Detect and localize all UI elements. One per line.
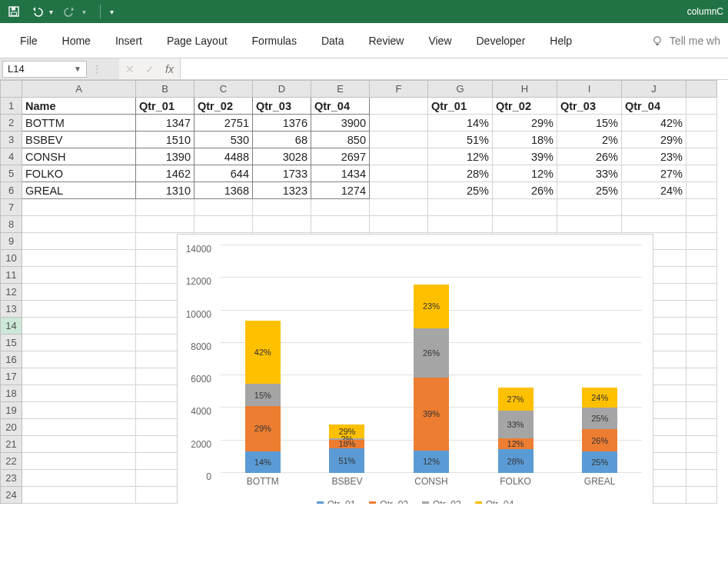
cell[interactable]: 1368 xyxy=(194,182,253,199)
cell[interactable] xyxy=(136,199,194,216)
cell[interactable] xyxy=(253,216,311,233)
row-header-24[interactable]: 24 xyxy=(1,487,22,504)
column-header-B[interactable]: B xyxy=(136,81,194,98)
cell[interactable] xyxy=(370,182,428,199)
cell[interactable] xyxy=(370,148,428,165)
cell[interactable] xyxy=(686,351,717,368)
cell[interactable] xyxy=(686,301,717,318)
cell[interactable] xyxy=(686,385,717,402)
cell[interactable]: Name xyxy=(22,98,136,115)
row-header-1[interactable]: 1 xyxy=(1,98,22,115)
cell[interactable] xyxy=(22,318,136,335)
row-header-14[interactable]: 14 xyxy=(1,318,22,335)
cell[interactable]: BSBEV xyxy=(22,132,136,148)
cell[interactable] xyxy=(686,115,717,132)
cell[interactable]: 1323 xyxy=(253,182,311,199)
cell[interactable] xyxy=(686,419,717,436)
cell[interactable] xyxy=(22,368,136,385)
cell[interactable] xyxy=(311,199,370,216)
cell[interactable]: GREAL xyxy=(22,182,136,199)
cell[interactable]: 644 xyxy=(194,165,253,182)
cell[interactable]: 1376 xyxy=(253,115,311,132)
cell[interactable] xyxy=(686,318,717,335)
cell[interactable]: 1434 xyxy=(311,165,370,182)
cell[interactable]: 23% xyxy=(622,148,686,165)
cell[interactable] xyxy=(22,436,136,453)
cell[interactable] xyxy=(22,470,136,487)
cell[interactable] xyxy=(686,148,717,165)
cell[interactable] xyxy=(686,98,717,115)
row-header-8[interactable]: 8 xyxy=(1,216,22,233)
row-header-15[interactable]: 15 xyxy=(1,335,22,351)
ribbon-tab-review[interactable]: Review xyxy=(357,30,417,52)
cell[interactable]: 850 xyxy=(311,132,370,148)
row-header-12[interactable]: 12 xyxy=(1,284,22,301)
cell[interactable] xyxy=(686,453,717,470)
cell[interactable] xyxy=(686,487,717,504)
cell[interactable] xyxy=(370,98,428,115)
cell[interactable]: Qtr_02 xyxy=(194,98,253,115)
ribbon-tab-formulas[interactable]: Formulas xyxy=(240,30,309,52)
cell[interactable]: 530 xyxy=(194,132,253,148)
cell[interactable] xyxy=(370,199,428,216)
undo-icon[interactable] xyxy=(31,5,43,18)
cell[interactable] xyxy=(22,216,136,233)
undo-menu-caret-icon[interactable]: ▾ xyxy=(49,8,53,16)
cell[interactable] xyxy=(428,216,493,233)
cell[interactable] xyxy=(22,487,136,504)
cell[interactable] xyxy=(22,284,136,301)
cell[interactable]: 29% xyxy=(622,132,686,148)
cell[interactable] xyxy=(686,132,717,148)
column-header-E[interactable]: E xyxy=(311,81,370,98)
insert-function-icon[interactable]: fx xyxy=(165,63,174,75)
row-header-21[interactable]: 21 xyxy=(1,436,22,453)
row-header-10[interactable]: 10 xyxy=(1,250,22,267)
redo-menu-caret-icon[interactable]: ▾ xyxy=(82,8,86,16)
cell[interactable] xyxy=(686,436,717,453)
cell[interactable] xyxy=(557,216,622,233)
cell[interactable]: Qtr_03 xyxy=(253,98,311,115)
ribbon-tab-file[interactable]: File xyxy=(8,30,50,52)
ribbon-tab-insert[interactable]: Insert xyxy=(103,30,155,52)
save-icon[interactable] xyxy=(8,5,20,18)
cell[interactable]: 1310 xyxy=(136,182,194,199)
cell[interactable]: 25% xyxy=(557,182,622,199)
row-header-6[interactable]: 6 xyxy=(1,182,22,199)
cell[interactable] xyxy=(686,199,717,216)
cell[interactable]: 1510 xyxy=(136,132,194,148)
cell[interactable] xyxy=(370,165,428,182)
cell[interactable]: 1274 xyxy=(311,182,370,199)
cell[interactable]: 3900 xyxy=(311,115,370,132)
formula-input[interactable] xyxy=(180,58,728,79)
name-box[interactable]: L14 ▼ xyxy=(2,61,87,78)
cell[interactable] xyxy=(311,216,370,233)
cell[interactable]: 1347 xyxy=(136,115,194,132)
cell[interactable]: 1390 xyxy=(136,148,194,165)
cell[interactable] xyxy=(428,199,493,216)
cell[interactable]: 39% xyxy=(493,148,557,165)
cell[interactable] xyxy=(686,250,717,267)
cell[interactable]: 26% xyxy=(557,148,622,165)
cell[interactable] xyxy=(22,351,136,368)
row-header-3[interactable]: 3 xyxy=(1,132,22,148)
row-header-13[interactable]: 13 xyxy=(1,301,22,318)
cell[interactable]: 28% xyxy=(428,165,493,182)
column-header-C[interactable]: C xyxy=(194,81,253,98)
row-header-7[interactable]: 7 xyxy=(1,199,22,216)
cell[interactable] xyxy=(686,335,717,351)
cell[interactable] xyxy=(686,165,717,182)
cell[interactable] xyxy=(370,115,428,132)
cell[interactable] xyxy=(370,132,428,148)
cell[interactable]: 33% xyxy=(557,165,622,182)
cell[interactable] xyxy=(686,470,717,487)
cell[interactable]: 18% xyxy=(493,132,557,148)
row-header-17[interactable]: 17 xyxy=(1,368,22,385)
select-all-corner[interactable] xyxy=(1,81,22,98)
cell[interactable] xyxy=(686,233,717,250)
cell[interactable] xyxy=(194,216,253,233)
cell[interactable]: 12% xyxy=(428,148,493,165)
redo-icon[interactable] xyxy=(64,5,76,18)
cell[interactable] xyxy=(557,199,622,216)
cell[interactable]: 12% xyxy=(493,165,557,182)
cell[interactable]: Qtr_04 xyxy=(311,98,370,115)
